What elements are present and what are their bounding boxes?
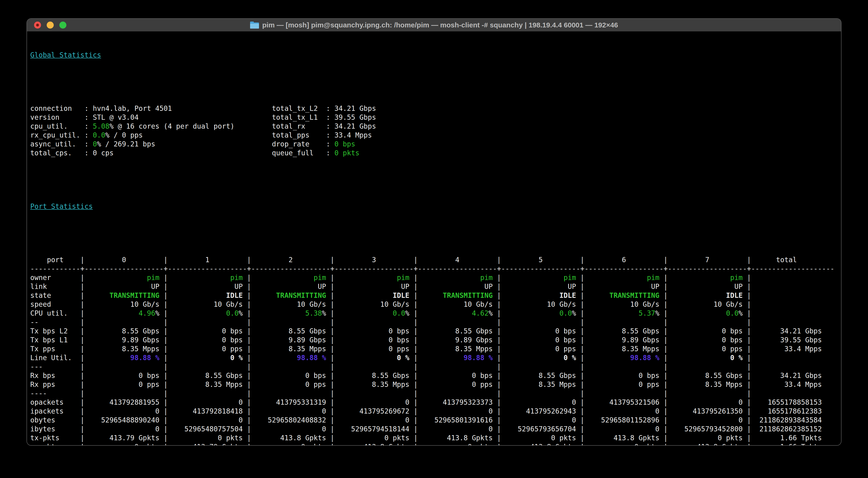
table-cell: 0 bps xyxy=(85,371,163,380)
table-cell: 0 bps xyxy=(168,336,247,344)
column-separator: | xyxy=(413,282,418,291)
table-cell: IDLE xyxy=(668,291,747,300)
text-part: 34.21 Gbps xyxy=(335,122,376,130)
table-cell xyxy=(418,389,497,398)
table-header-col: 7 xyxy=(668,255,747,264)
column-separator: | xyxy=(497,291,501,300)
column-separator: | xyxy=(497,318,501,327)
column-separator: | xyxy=(80,353,85,362)
column-separator: | xyxy=(663,398,668,407)
table-cell: 0 bps xyxy=(668,327,747,336)
column-separator: | xyxy=(497,300,501,309)
table-cell: 0 xyxy=(168,416,247,424)
table-cell: 413795269672 xyxy=(334,407,413,416)
zoom-button[interactable] xyxy=(59,22,66,29)
column-separator: | xyxy=(163,318,168,327)
column-separator: | xyxy=(413,398,418,407)
table-cell: pim xyxy=(501,273,580,282)
column-separator: | xyxy=(247,407,251,416)
global-stat-label: rx_cpu_util. xyxy=(30,131,85,140)
column-separator: | xyxy=(247,282,251,291)
table-cell: pim xyxy=(584,273,663,282)
text-part: TRANSMITTING xyxy=(610,292,659,300)
column-separator: | xyxy=(497,434,501,442)
global-stat-label: total_tx_L2 xyxy=(272,104,326,113)
text-part: % xyxy=(572,309,576,317)
close-button[interactable] xyxy=(34,22,41,29)
table-cell: UP xyxy=(168,282,247,291)
table-cell: 52965488890240 xyxy=(85,416,163,424)
table-cell: 0 xyxy=(668,416,747,424)
column-separator: | xyxy=(80,380,85,389)
column-separator: | xyxy=(580,424,584,434)
table-cell: UP xyxy=(668,282,747,291)
column-separator: | xyxy=(247,389,251,398)
terminal-screen[interactable]: Global Statistics connection: hvn4.lab, … xyxy=(27,31,841,445)
column-separator: | xyxy=(80,424,85,434)
column-separator: | xyxy=(247,336,251,344)
column-separator: | xyxy=(80,398,85,407)
table-cell: 10 Gb/s xyxy=(251,300,330,309)
table-cell-total: 211862862385152 xyxy=(751,424,834,434)
table-cell: 52965793656704 xyxy=(501,424,580,434)
table-header-col: 0 xyxy=(85,255,163,264)
table-cell: 5.37% xyxy=(584,309,663,318)
folder-icon xyxy=(250,22,259,29)
column-separator: | xyxy=(747,318,751,327)
table-header-port: port xyxy=(30,255,80,264)
column-separator: | xyxy=(330,371,335,380)
table-cell: 0 pkts xyxy=(501,434,580,442)
column-separator: | xyxy=(663,282,668,291)
column-separator: | xyxy=(580,362,584,371)
column-separator: | xyxy=(80,300,85,309)
table-cell: 413.8 Gpkts xyxy=(251,434,330,442)
table-row-label: speed xyxy=(30,300,80,309)
column-separator: | xyxy=(663,309,668,318)
titlebar[interactable]: pim — [mosh] pim@squanchy.ipng.ch: /home… xyxy=(27,19,841,32)
global-stat-right: total_rx: 34.21 Gbps xyxy=(272,122,376,131)
column-separator: | xyxy=(663,336,668,344)
column-separator: | xyxy=(747,398,751,407)
table-cell: 10 Gb/s xyxy=(334,300,413,309)
text-part: 98.88 % xyxy=(297,354,326,362)
table-cell: 0 pps xyxy=(584,380,663,389)
text-part: 4.62 xyxy=(472,309,489,317)
text-part: 98.88 % xyxy=(464,354,493,362)
table-cell: 0 pps xyxy=(501,344,580,353)
table-cell: UP xyxy=(584,282,663,291)
table-row: Line Util.|98.88 %|0 %|98.88 %|0 %|98.88… xyxy=(30,353,841,362)
minimize-button[interactable] xyxy=(47,22,54,29)
column-separator: | xyxy=(330,273,335,282)
column-separator: | xyxy=(497,362,501,371)
table-row: opackets|413792881955|0|413795331319|0|4… xyxy=(30,398,841,407)
table-cell-total: 1655178612383 xyxy=(751,407,834,416)
global-stats-line: total_cps.: 0 cpsqueue_full: 0 pkts xyxy=(30,148,841,158)
text-part: 4.96 xyxy=(138,309,155,317)
port-statistics-heading: Port Statistics xyxy=(30,202,841,211)
column-separator: | xyxy=(663,344,668,353)
column-separator: | xyxy=(663,353,668,362)
table-cell: 413795262943 xyxy=(501,407,580,416)
table-cell: 10 Gb/s xyxy=(501,300,580,309)
table-cell: 98.88 % xyxy=(85,353,163,362)
text-part: TRANSMITTING xyxy=(109,292,159,300)
table-row: ----||||||||| xyxy=(30,389,841,398)
table-cell: 413792818418 xyxy=(168,407,247,416)
text-part: % xyxy=(739,309,743,317)
column-separator: | xyxy=(497,398,501,407)
table-cell: 0 xyxy=(668,398,747,407)
column-separator: | xyxy=(413,318,418,327)
column-separator: | xyxy=(663,407,668,416)
column-separator: | xyxy=(663,300,668,309)
column-separator: | xyxy=(663,362,668,371)
port-statistics-table: port|0|1|2|3|4|5|6|7|total------------+-… xyxy=(30,255,841,446)
table-cell-total xyxy=(751,318,834,327)
column-separator: | xyxy=(163,389,168,398)
column-separator: | xyxy=(163,371,168,380)
column-separator: | xyxy=(747,300,751,309)
table-cell-total: 39.55 Gbps xyxy=(751,336,834,344)
column-separator: | xyxy=(747,407,751,416)
column-separator: | xyxy=(580,309,584,318)
text-part: % / 269.21 bps xyxy=(97,140,155,148)
text-part: 0 % xyxy=(230,354,243,362)
